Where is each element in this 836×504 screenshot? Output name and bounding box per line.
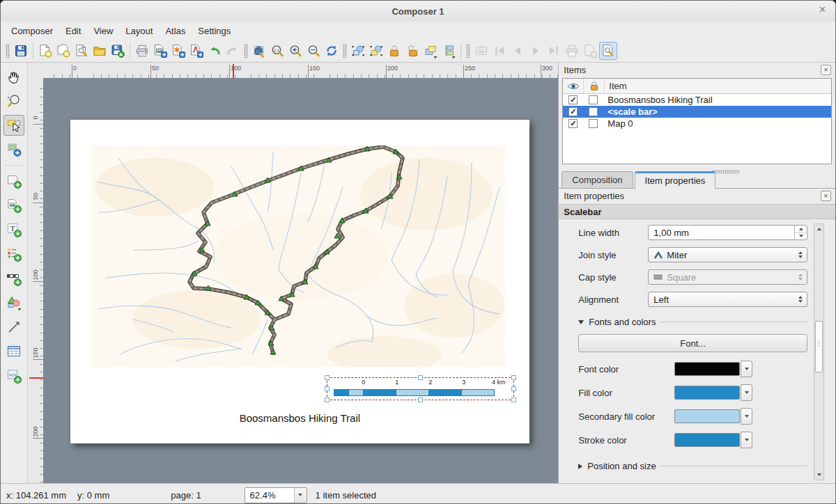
alignment-combobox[interactable]: Left [648,292,807,307]
save-as-button[interactable] [109,42,127,60]
zoom-out-button[interactable] [304,42,323,60]
item-row-map[interactable]: ✓ Map 0 [563,118,831,129]
print-button[interactable] [133,42,151,60]
add-arrow-button[interactable] [3,317,24,338]
selection-handle[interactable] [325,375,330,380]
pan-tool-button[interactable] [3,66,24,87]
composition-page[interactable]: 0 1 2 3 4 km [70,120,529,443]
raise-items-button[interactable] [421,42,440,60]
color-dropdown-button[interactable] [741,361,752,377]
position-and-size-section[interactable]: Position and size [578,461,807,471]
secondary-fill-color-swatch[interactable] [674,409,740,423]
stroke-color-swatch[interactable] [674,433,740,447]
menu-layout[interactable]: Layout [119,24,159,38]
map-item[interactable] [92,145,505,367]
properties-scrollbar[interactable] [814,223,824,480]
color-dropdown-button[interactable] [741,384,752,401]
color-dropdown-button[interactable] [741,432,752,448]
item-row-label[interactable]: ✓ Boosmansbos Hiking Trail [563,94,831,106]
scalebar-item[interactable]: 0 1 2 3 4 km [327,378,513,400]
redo-button[interactable] [224,42,242,60]
items-dock-close-icon[interactable]: × [821,65,831,75]
print-atlas-button[interactable] [563,42,581,60]
undo-button[interactable] [206,42,224,60]
scrollbar-thumb[interactable] [815,321,823,372]
export-atlas-button[interactable] [581,42,599,60]
add-scalebar-button[interactable] [3,268,24,289]
add-image-button[interactable] [3,195,24,216]
item-row-scalebar[interactable]: ✓ <scale bar> [563,106,831,118]
visibility-checkbox[interactable]: ✓ [568,95,578,104]
menu-view[interactable]: View [87,24,119,38]
atlas-previous-feature-button[interactable] [509,42,527,60]
lock-items-button[interactable] [385,42,403,60]
cap-style-combobox[interactable]: Square [648,269,807,285]
new-composer-button[interactable] [36,42,54,60]
window-close-icon[interactable]: × [816,3,828,16]
selection-handle[interactable] [325,386,330,391]
atlas-last-feature-button[interactable] [545,42,563,60]
join-style-combobox[interactable]: Miter [648,247,807,262]
menu-edit[interactable]: Edit [59,24,87,38]
selection-handle[interactable] [418,375,423,380]
lock-checkbox[interactable] [589,95,598,104]
add-html-frame-button[interactable]: </> [3,365,24,386]
zoom-actual-button[interactable]: 1:1 [268,42,286,60]
spin-buttons[interactable] [794,226,807,239]
selection-handle[interactable] [511,397,516,402]
save-project-button[interactable] [12,42,30,60]
rotation-section[interactable]: Rotation [578,482,807,483]
selection-handle[interactable] [325,397,330,402]
atlas-preview-button[interactable] [472,42,490,60]
align-items-button[interactable] [440,42,458,60]
line-width-spinbox[interactable]: 1,00 mm [648,225,807,240]
secondary-fill-color-button[interactable] [674,408,752,425]
export-svg-button[interactable] [169,42,187,60]
duplicate-composer-button[interactable] [54,42,72,60]
zoom-level-combobox[interactable]: 62.4% [245,487,307,503]
select-move-item-button[interactable] [349,42,367,60]
add-shape-button[interactable] [3,292,24,313]
open-button[interactable] [91,42,109,60]
menu-atlas[interactable]: Atlas [159,24,192,38]
add-label-button[interactable]: T [3,219,24,240]
selection-handle[interactable] [511,386,516,391]
font-color-swatch[interactable] [674,362,740,376]
lock-checkbox[interactable] [589,107,598,116]
selection-handle[interactable] [511,375,516,380]
composition-viewport[interactable]: 0 1 2 3 4 km [43,78,558,483]
move-content-tool-button[interactable] [3,139,24,160]
zoom-in-button[interactable] [286,42,304,60]
fonts-and-colors-section[interactable]: Fonts and colors [578,317,807,327]
lock-checkbox[interactable] [589,119,598,128]
export-pdf-button[interactable] [187,42,206,60]
menu-settings[interactable]: Settings [192,24,237,38]
zoom-full-button[interactable] [250,42,268,60]
atlas-settings-button[interactable] [599,42,617,60]
selection-handle[interactable] [418,397,423,402]
font-color-button[interactable] [674,361,752,377]
export-image-button[interactable] [151,42,169,60]
scroll-up-button[interactable] [814,224,823,234]
atlas-first-feature-button[interactable] [490,42,509,60]
font-button[interactable]: Font... [578,334,807,352]
add-map-button[interactable] [3,171,24,191]
menu-composer[interactable]: Composer [5,24,59,38]
zoom-dropdown-icon[interactable] [294,488,307,503]
atlas-next-feature-button[interactable] [527,42,545,60]
composer-manager-button[interactable] [72,42,91,60]
add-legend-button[interactable] [3,244,24,265]
stroke-color-button[interactable] [674,432,752,448]
visibility-checkbox[interactable]: ✓ [568,119,578,128]
scroll-down-button[interactable] [814,470,823,480]
add-attribute-table-button[interactable] [3,341,24,362]
tab-composition[interactable]: Composition [562,171,633,188]
tab-item-properties[interactable]: Item properties [635,171,716,189]
title-label-item[interactable]: Boosmansbos Hiking Trail [70,412,529,424]
refresh-button[interactable] [323,42,341,60]
color-dropdown-button[interactable] [741,408,752,425]
visibility-checkbox[interactable]: ✓ [568,107,578,116]
fill-color-button[interactable] [674,384,752,401]
select-move-item-tool-button[interactable] [3,115,24,136]
properties-dock-close-icon[interactable]: × [821,191,831,201]
